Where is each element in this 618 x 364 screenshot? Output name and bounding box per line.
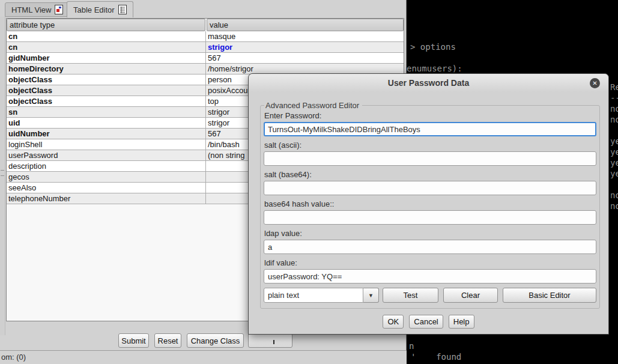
table-editor-icon xyxy=(118,5,127,14)
column-header-attribute-type[interactable]: attribute type xyxy=(7,19,205,31)
terminal-text-fragment: no xyxy=(610,114,618,125)
base64-hash-value-input[interactable] xyxy=(264,210,596,225)
status-text: om: (0) xyxy=(1,353,26,362)
table-row[interactable]: gidNumber567 xyxy=(7,53,404,64)
salt-base64-input[interactable] xyxy=(264,181,596,195)
pane-splitter[interactable] xyxy=(0,17,5,335)
terminal-line: > options xyxy=(410,41,456,52)
ldap-value-label: ldap value: xyxy=(264,229,596,238)
terminal-text-fragment: ye xyxy=(610,157,618,168)
attribute-name-cell: sn xyxy=(7,107,206,117)
ldap-value-input[interactable] xyxy=(264,240,596,254)
advanced-password-editor-group: Advanced Password Editor Enter Password:… xyxy=(260,101,600,309)
help-button[interactable]: Help xyxy=(449,315,474,329)
terminal-text-fragment: ye xyxy=(610,136,618,147)
obscured-button[interactable] xyxy=(248,333,292,348)
terminal-line: enumusers): xyxy=(407,63,462,74)
hash-type-row: plain text ▼ Test Clear Basic Editor xyxy=(264,288,596,303)
test-button[interactable]: Test xyxy=(383,288,438,303)
terminal-text-fragment: Re xyxy=(610,82,618,93)
attribute-value-cell: /home/strigor xyxy=(206,64,404,74)
terminal-text-fragment: no xyxy=(610,201,618,211)
table-header: attribute type value xyxy=(7,19,404,31)
attribute-name-cell: cn xyxy=(7,42,206,52)
attribute-name-cell: uidNumber xyxy=(7,129,206,139)
splitter-grip-icon xyxy=(1,170,4,176)
tab-html-view[interactable]: HTML View xyxy=(5,2,70,17)
change-class-button[interactable]: Change Class xyxy=(187,333,244,348)
attribute-name-cell: objectClass xyxy=(7,96,206,106)
clear-button[interactable]: Clear xyxy=(443,288,498,303)
terminal-text-fragment: no xyxy=(610,190,618,201)
tab-label: Table Editor xyxy=(73,5,115,14)
attribute-name-cell: gecos xyxy=(7,172,206,182)
user-password-dialog: User Password Data ✕ Advanced Password E… xyxy=(248,73,609,335)
reset-button[interactable]: Reset xyxy=(154,333,181,348)
chevron-down-icon[interactable]: ▼ xyxy=(363,288,379,303)
attribute-name-cell: homeDirectory xyxy=(7,64,206,74)
ok-button[interactable]: OK xyxy=(383,315,404,329)
close-icon[interactable]: ✕ xyxy=(590,78,600,88)
attribute-name-cell: description xyxy=(7,161,206,171)
attribute-name-cell: uid xyxy=(7,118,206,128)
terminal-line: n xyxy=(409,341,414,351)
enter-password-label: Enter Password: xyxy=(264,111,596,120)
attribute-value-cell: masque xyxy=(206,31,404,41)
attribute-name-cell: gidNumber xyxy=(7,53,206,63)
attribute-name-cell: loginShell xyxy=(7,139,206,150)
terminal-line: ' found xyxy=(411,351,461,362)
tab-label: HTML View xyxy=(11,5,51,14)
ldif-value-label: ldif value: xyxy=(264,258,596,267)
screen: { "app": { "tabs": [ { "label": "HTML Vi… xyxy=(0,0,618,364)
status-bar: om: (0) xyxy=(0,350,407,364)
tab-table-editor[interactable]: Table Editor xyxy=(67,1,133,17)
enter-password-input[interactable] xyxy=(264,122,596,136)
ldif-value-input[interactable] xyxy=(264,269,596,284)
dialog-title: User Password Data xyxy=(249,74,608,92)
attribute-name-cell: cn xyxy=(7,31,206,41)
terminal-text-fragment: ye xyxy=(610,147,618,157)
terminal-text-fragment: ye xyxy=(610,168,618,179)
submit-button[interactable]: Submit xyxy=(118,333,149,348)
salt-base64-label: salt (base64): xyxy=(264,170,596,179)
obscured-button-text-fragment xyxy=(273,340,274,344)
group-label: Advanced Password Editor xyxy=(264,101,362,110)
hash-type-select[interactable]: plain text xyxy=(264,288,363,303)
salt-ascii-label: salt (ascii): xyxy=(264,141,596,150)
terminal-text-fragment: -- xyxy=(610,93,618,103)
table-row[interactable]: cnstrigor xyxy=(7,42,404,53)
basic-editor-button[interactable]: Basic Editor xyxy=(503,288,596,303)
attribute-name-cell: objectClass xyxy=(7,85,206,96)
attribute-name-cell: seeAlso xyxy=(7,183,206,193)
salt-ascii-input[interactable] xyxy=(264,151,596,166)
terminal-text-fragment: no xyxy=(610,103,618,114)
attribute-value-cell: strigor xyxy=(206,42,404,52)
attribute-name-cell: objectClass xyxy=(7,74,206,85)
attribute-name-cell: userPassword xyxy=(7,150,206,160)
attribute-value-cell: 567 xyxy=(206,53,404,63)
base64-hash-value-label: base64 hash value:: xyxy=(264,199,596,208)
table-row[interactable]: cnmasque xyxy=(7,31,404,42)
dialog-footer: OK Cancel Help xyxy=(249,315,608,329)
html-view-icon xyxy=(55,5,63,14)
cancel-button[interactable]: Cancel xyxy=(409,315,443,329)
column-header-value[interactable]: value xyxy=(207,19,404,31)
attribute-name-cell: telephoneNumber xyxy=(7,193,206,204)
